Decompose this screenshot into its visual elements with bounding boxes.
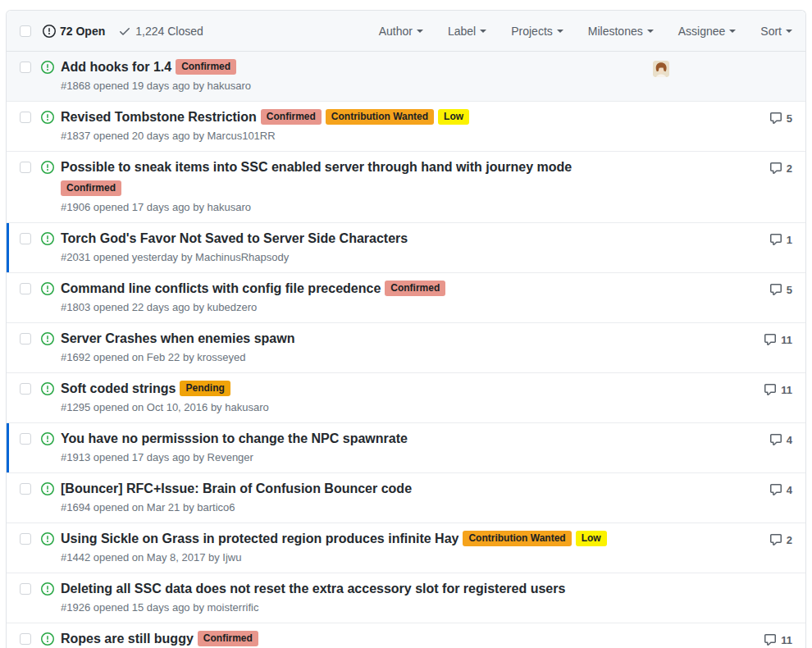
issue-row-right: 11 — [653, 381, 792, 396]
issue-label[interactable]: Confirmed — [385, 281, 445, 296]
issue-title-line: [Bouncer] RFC+Issue: Brain of Confusion … — [61, 481, 653, 497]
comment-count-link[interactable]: 2 — [743, 532, 792, 546]
comment-count-link[interactable]: 11 — [743, 632, 792, 646]
filter-bar: AuthorLabelProjectsMilestonesAssigneeSor… — [379, 25, 792, 38]
issue-row: Server Crashes when enemies spawn #1692 … — [7, 323, 805, 373]
issue-title-link[interactable]: You have no permisssion to change the NP… — [61, 431, 408, 445]
comment-count-link[interactable]: 4 — [743, 482, 792, 496]
issue-label[interactable]: Low — [438, 109, 469, 125]
issue-title-link[interactable]: Revised Tombstone Restriction — [61, 110, 257, 124]
chevron-down-icon — [480, 30, 486, 36]
issue-title-line: Revised Tombstone RestrictionConfirmedCo… — [61, 109, 653, 125]
issue-label[interactable]: Low — [576, 531, 607, 546]
filter-projects-button[interactable]: Projects — [511, 25, 563, 38]
filter-sort-button[interactable]: Sort — [760, 25, 792, 38]
comment-count: 4 — [787, 484, 792, 496]
chevron-down-icon — [557, 30, 563, 36]
issue-title-link[interactable]: Torch God's Favor Not Saved to Server Si… — [61, 231, 408, 245]
issue-meta: #1803 opened 22 days ago by kubedzero — [61, 301, 653, 314]
comment-count-link[interactable]: 2 — [743, 161, 792, 175]
issue-title-link[interactable]: Deleting all SSC data does not reset the… — [61, 582, 565, 596]
issue-label[interactable]: Confirmed — [61, 180, 121, 196]
issue-meta: #1694 opened on Mar 21 by bartico6 — [61, 501, 653, 514]
issue-label[interactable]: Confirmed — [198, 631, 258, 646]
closed-issues-tab[interactable]: 1,224 Closed — [118, 25, 203, 38]
issue-label[interactable]: Confirmed — [176, 59, 236, 75]
comment-icon — [764, 383, 777, 396]
comment-count: 4 — [787, 434, 792, 446]
chevron-down-icon — [647, 30, 654, 36]
issue-title-link[interactable]: [Bouncer] RFC+Issue: Brain of Confusion … — [61, 481, 412, 495]
issue-meta: #1868 opened 19 days ago by hakusaro — [61, 80, 653, 93]
open-issue-icon — [41, 282, 54, 295]
issue-checkbox[interactable] — [20, 583, 31, 595]
comment-count-link[interactable]: 5 — [743, 282, 792, 296]
issue-title-line: Possible to sneak items into SSC enabled… — [61, 159, 653, 197]
comment-count-link[interactable]: 1 — [743, 232, 792, 246]
issue-title-link[interactable]: Soft coded strings — [61, 381, 176, 395]
issue-checkbox[interactable] — [20, 433, 31, 445]
comment-count-link[interactable]: 4 — [743, 432, 792, 446]
issue-checkbox[interactable] — [20, 333, 31, 345]
comment-count: 11 — [781, 334, 792, 346]
issue-row-right: 4 — [653, 481, 792, 496]
issue-row: Revised Tombstone RestrictionConfirmedCo… — [7, 102, 805, 152]
open-issue-icon — [41, 161, 54, 174]
issue-row: Using Sickle on Grass in protected regio… — [7, 523, 805, 573]
comment-count-link[interactable]: 11 — [743, 382, 792, 396]
chevron-down-icon — [417, 30, 423, 36]
issue-title-line: Add hooks for 1.4Confirmed — [61, 59, 653, 75]
issue-row-right: 11 — [653, 631, 792, 646]
issue-row-right: 4 — [653, 431, 792, 446]
issue-checkbox[interactable] — [20, 233, 31, 244]
comment-count-link[interactable]: 5 — [743, 111, 792, 125]
check-icon — [118, 25, 131, 38]
filter-milestones-button[interactable]: Milestones — [588, 25, 654, 38]
comment-icon — [769, 162, 782, 175]
issue-row-main: Torch God's Favor Not Saved to Server Si… — [61, 230, 653, 264]
issue-checkbox[interactable] — [20, 533, 31, 545]
issue-checkbox[interactable] — [20, 162, 31, 173]
issue-row-right — [653, 581, 792, 596]
filter-author-button[interactable]: Author — [379, 25, 423, 38]
issue-checkbox[interactable] — [20, 112, 31, 123]
issue-label[interactable]: Pending — [180, 381, 230, 396]
issue-row: You have no permisssion to change the NP… — [7, 423, 805, 473]
open-issue-icon — [41, 582, 54, 596]
open-issue-icon — [41, 61, 54, 74]
select-all-checkbox[interactable] — [20, 25, 31, 37]
issue-title-link[interactable]: Server Crashes when enemies spawn — [61, 331, 294, 345]
issue-row: Possible to sneak items into SSC enabled… — [7, 152, 805, 223]
comment-icon — [769, 483, 782, 496]
issue-checkbox[interactable] — [20, 383, 31, 395]
filter-assignee-button[interactable]: Assignee — [678, 25, 737, 38]
comment-count-link[interactable]: 11 — [743, 332, 792, 346]
comment-icon — [769, 433, 782, 446]
issue-checkbox[interactable] — [20, 283, 31, 294]
assignee-avatar[interactable] — [653, 61, 669, 77]
issue-title-link[interactable]: Add hooks for 1.4 — [61, 60, 171, 74]
issue-checkbox[interactable] — [20, 483, 31, 495]
open-issue-icon — [41, 532, 54, 545]
issue-state-tabs: 72 Open 1,224 Closed — [43, 25, 203, 38]
closed-count-label: 1,224 Closed — [135, 25, 203, 38]
issue-title-link[interactable]: Ropes are still buggy — [61, 632, 194, 646]
issue-label[interactable]: Contribution Wanted — [463, 531, 571, 546]
filter-label-button[interactable]: Label — [448, 25, 486, 38]
comment-count: 11 — [781, 634, 792, 646]
issue-checkbox[interactable] — [20, 633, 31, 645]
open-issue-icon — [41, 332, 54, 345]
issue-row-right — [653, 59, 792, 77]
issue-title-link[interactable]: Command line conflicts with config file … — [61, 281, 381, 295]
issue-meta: #1442 opened on May 8, 2017 by Ijwu — [61, 551, 653, 564]
issue-title-link[interactable]: Using Sickle on Grass in protected regio… — [61, 532, 458, 545]
assignee-cell — [653, 61, 743, 77]
issue-label[interactable]: Contribution Wanted — [326, 109, 434, 125]
issue-label[interactable]: Confirmed — [261, 109, 322, 125]
issue-labels: Confirmed — [61, 180, 653, 197]
open-issues-tab[interactable]: 72 Open — [43, 25, 105, 38]
issue-row-main: Deleting all SSC data does not reset the… — [61, 581, 653, 614]
comment-count: 5 — [787, 284, 792, 296]
issue-title-link[interactable]: Possible to sneak items into SSC enabled… — [61, 160, 572, 174]
issue-checkbox[interactable] — [20, 62, 31, 73]
